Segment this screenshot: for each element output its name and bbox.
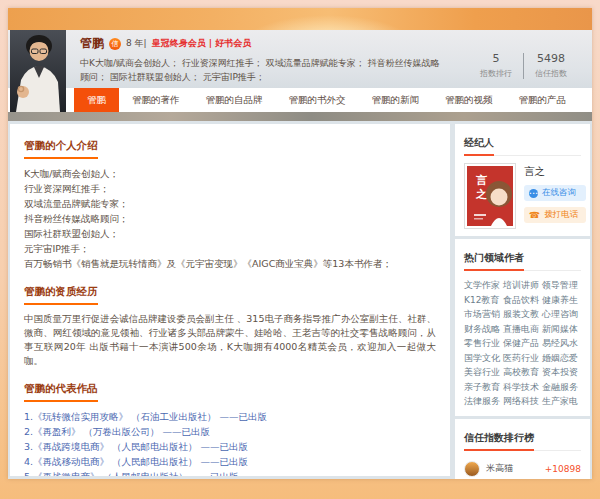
author-detail-card: 管鹏的个人介绍 K大咖/赋商会创始人；行业资深网红推手；双域流量品牌赋能专家；抖… xyxy=(10,124,450,476)
author-name: 管鹏 xyxy=(80,35,104,52)
field-link[interactable]: 新闻媒体 xyxy=(542,322,581,337)
field-link[interactable]: 金融服务 xyxy=(542,380,581,395)
page-background: 管鹏 信 8 年| 皇冠终身会员 | 好书会员 中K大咖/赋商会创始人； 行业资… xyxy=(0,0,600,499)
background-photo-band xyxy=(8,112,592,121)
fields-grid: 文学作家培训讲师领导管理K12教育食品饮料健康养生市场营销服装文教心理咨询财务战… xyxy=(464,278,581,409)
intro-line: 元宇宙IP推手； xyxy=(24,241,436,256)
field-link[interactable]: 美容行业 xyxy=(464,365,503,380)
online-consult-label: 在线咨询 xyxy=(542,187,576,199)
field-link[interactable]: 财务战略 xyxy=(464,322,503,337)
ranking-name: 米高猫 xyxy=(486,462,545,475)
field-link[interactable]: 直播电商 xyxy=(503,322,542,337)
experience-paragraph: 中国质量万里行促进会诚信品牌建设委员会副主任 、315电子商务指导推广办公室副主… xyxy=(24,312,436,368)
hot-fields-card: 热门领域作者 文学作家培训讲师领导管理K12教育食品饮料健康养生市场营销服装文教… xyxy=(455,239,590,416)
intro-line: 行业资深网红推手； xyxy=(24,181,436,196)
field-link[interactable]: 文学作家 xyxy=(464,278,503,293)
field-link[interactable]: 市场营销 xyxy=(464,307,503,322)
hot-fields-title: 热门领域作者 xyxy=(464,251,524,271)
trust-badge-icon: 信 xyxy=(109,38,121,50)
author-bio-summary: 中K大咖/赋商会创始人； 行业资深网红推手； 双域流量品牌赋能专家； 抖音粉丝传… xyxy=(80,56,448,84)
nav-tab-4[interactable]: 管鹏的书外交 xyxy=(276,88,359,112)
nav-tab-1[interactable]: 管鹏 xyxy=(74,88,119,112)
ranking-avatar xyxy=(464,461,480,477)
field-link[interactable]: 资本投资 xyxy=(542,365,581,380)
nav-tab-7[interactable]: 管鹏的产品 xyxy=(506,88,580,112)
author-photo xyxy=(10,30,66,112)
field-link[interactable]: 健康养生 xyxy=(542,293,581,308)
intro-line: 抖音粉丝传媒战略顾问； xyxy=(24,211,436,226)
stat-value: 5498 xyxy=(524,52,578,65)
nav-tab-2[interactable]: 管鹏的著作 xyxy=(119,88,193,112)
intro-lines: K大咖/赋商会创始人；行业资深网红推手；双域流量品牌赋能专家；抖音粉丝传媒战略顾… xyxy=(24,166,436,271)
svg-text:言: 言 xyxy=(476,174,487,187)
chat-bubble-icon: ••• xyxy=(529,189,538,198)
sunset-banner-image xyxy=(8,8,592,30)
book-link[interactable]: 3.《再战跨境电商》 （人民邮电出版社） ——已出版 xyxy=(24,439,436,454)
author-header: 管鹏 信 8 年| 皇冠终身会员 | 好书会员 中K大咖/赋商会创始人； 行业资… xyxy=(8,30,592,88)
field-link[interactable]: 生产家电 xyxy=(542,394,581,409)
writer-profile-page: 管鹏 信 8 年| 皇冠终身会员 | 好书会员 中K大咖/赋商会创始人； 行业资… xyxy=(8,8,592,479)
profile-nav-tabs: 管鹏管鹏的著作管鹏的自品牌管鹏的书外交管鹏的新闻管鹏的视频管鹏的产品管鹏的联系方… xyxy=(8,88,592,112)
intro-line: 百万畅销书《销售就是玩转情商》及《元宇宙变现》《AIGC商业宝典》等13本书作者… xyxy=(24,256,436,271)
online-consult-button[interactable]: ••• 在线咨询 xyxy=(524,185,586,201)
trust-ranking-card: 信任指数排行榜 米高猫+10898李莎+7693陈瑞武+7313 xyxy=(455,419,590,480)
field-link[interactable]: 培训讲师 xyxy=(503,278,542,293)
section-title-works: 管鹏的代表作品 xyxy=(24,382,98,402)
field-link[interactable]: 服装文教 xyxy=(503,307,542,322)
field-link[interactable]: 零售行业 xyxy=(464,336,503,351)
agent-name: 言之 xyxy=(524,165,586,179)
membership-labels: 皇冠终身会员 | 好书会员 xyxy=(152,37,252,50)
trust-ranking-title: 信任指数排行榜 xyxy=(464,431,534,451)
field-link[interactable]: 高校教育 xyxy=(503,365,542,380)
field-link[interactable]: 国学文化 xyxy=(464,351,503,366)
nav-tab-6[interactable]: 管鹏的视频 xyxy=(432,88,506,112)
right-sidebar: 经纪人 言 之 xyxy=(455,121,590,479)
field-link[interactable]: 食品饮料 xyxy=(503,293,542,308)
field-link[interactable]: 领导管理 xyxy=(542,278,581,293)
intro-line: 国际社群联盟创始人； xyxy=(24,226,436,241)
content-area: 管鹏的个人介绍 K大咖/赋商会创始人；行业资深网红推手；双域流量品牌赋能专家；抖… xyxy=(8,121,592,479)
section-representative-works: 管鹏的代表作品 1.《玩转微信实用攻略》 （石油工业出版社） ——已出版2.《再… xyxy=(24,377,436,476)
field-link[interactable]: 心理咨询 xyxy=(542,307,581,322)
field-link[interactable]: 婚姻恋爱 xyxy=(542,351,581,366)
section-title-intro: 管鹏的个人介绍 xyxy=(24,139,98,159)
field-link[interactable]: 易经风水 xyxy=(542,336,581,351)
field-link[interactable]: 科学技术 xyxy=(503,380,542,395)
stat-指数排行: 5指数排行 xyxy=(469,52,523,79)
call-phone-button[interactable]: ☎ 拨打电话 xyxy=(524,207,586,223)
nav-tab-3[interactable]: 管鹏的自品牌 xyxy=(193,88,276,112)
ranking-row[interactable]: 米高猫+10898 xyxy=(464,458,581,480)
stat-value: 5 xyxy=(469,52,523,65)
section-title-experience: 管鹏的资质经历 xyxy=(24,285,98,305)
field-link[interactable]: K12教育 xyxy=(464,293,503,308)
section-personal-intro: 管鹏的个人介绍 K大咖/赋商会创始人；行业资深网红推手；双域流量品牌赋能专家；抖… xyxy=(24,134,436,271)
member-years: 8 年| xyxy=(126,37,147,50)
nav-tab-5[interactable]: 管鹏的新闻 xyxy=(359,88,433,112)
book-link[interactable]: 5.《再战微电商》 （人民邮电出版社） ——已出版 xyxy=(24,469,436,476)
author-photo-image xyxy=(10,30,66,112)
agent-card-title: 经纪人 xyxy=(464,136,494,156)
agent-card: 经纪人 言 之 xyxy=(455,124,590,236)
stat-label: 指数排行 xyxy=(469,68,523,79)
works-list: 1.《玩转微信实用攻略》 （石油工业出版社） ——已出版2.《再盈利》 （万卷出… xyxy=(24,409,436,476)
ranking-score: +10898 xyxy=(545,464,581,474)
field-link[interactable]: 医药行业 xyxy=(503,351,542,366)
field-link[interactable]: 法律服务 xyxy=(464,394,503,409)
phone-icon: ☎ xyxy=(529,211,540,220)
field-link[interactable]: 亲子教育 xyxy=(464,380,503,395)
header-stats: 5指数排行5498信任指数 xyxy=(469,52,578,79)
section-qualifications: 管鹏的资质经历 中国质量万里行促进会诚信品牌建设委员会副主任 、315电子商务指… xyxy=(24,280,436,368)
book-link[interactable]: 2.《再盈利》 （万卷出版公司） ——已出版 xyxy=(24,424,436,439)
book-link[interactable]: 4.《再战移动电商》 （人民邮电出版社） ——已出版 xyxy=(24,454,436,469)
stat-信任指数: 5498信任指数 xyxy=(524,52,578,79)
book-link[interactable]: 1.《玩转微信实用攻略》 （石油工业出版社） ——已出版 xyxy=(24,409,436,424)
nav-tab-8[interactable]: 管鹏的联系方式 xyxy=(579,88,592,112)
intro-line: K大咖/赋商会创始人； xyxy=(24,166,436,181)
stat-label: 信任指数 xyxy=(524,68,578,79)
svg-text:之: 之 xyxy=(475,188,487,201)
agent-cover-image[interactable]: 言 之 xyxy=(464,163,516,229)
call-phone-label: 拨打电话 xyxy=(544,209,578,221)
field-link[interactable]: 保健产品 xyxy=(503,336,542,351)
field-link[interactable]: 网络科技 xyxy=(503,394,542,409)
intro-line: 双域流量品牌赋能专家； xyxy=(24,196,436,211)
